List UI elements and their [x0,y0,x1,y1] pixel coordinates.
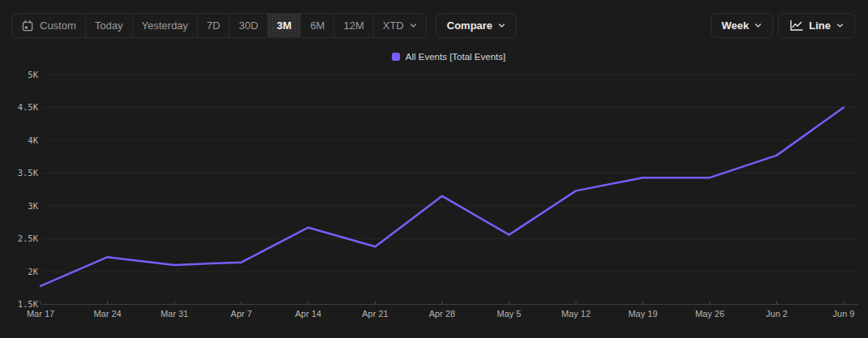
chart-type-button-label: Line [809,19,831,32]
y-axis-label: 4.5K [18,102,39,112]
date-range-12m[interactable]: 12M [334,14,373,37]
date-range-label: Today [95,19,123,32]
series-line[interactable] [41,108,844,286]
toolbar: Custom Today Yesterday 7D 30D 3M 6M 12M … [11,13,855,38]
legend-swatch [392,53,400,61]
date-range-yesterday[interactable]: Yesterday [133,14,198,37]
date-range-xtd[interactable]: XTD [374,14,426,37]
date-range-7d[interactable]: 7D [198,14,230,37]
granularity-button[interactable]: Week [711,13,774,38]
date-range-label: 7D [207,19,221,32]
date-range-label: 3M [277,19,291,32]
x-axis-label: May 12 [561,309,591,319]
y-axis-label: 1.5K [18,299,39,309]
x-axis-label: May 5 [497,309,522,319]
legend-label: All Events [Total Events] [406,52,505,62]
y-axis-label: 3K [28,201,38,211]
compare-button-label: Compare [447,19,492,32]
chevron-down-icon [498,22,505,29]
x-axis-label: Apr 21 [362,309,388,319]
granularity-button-label: Week [722,19,750,32]
x-axis-label: Apr 28 [429,309,455,319]
x-axis-label: Apr 7 [230,309,251,319]
date-range-label: 30D [238,19,258,32]
x-axis-label: Mar 31 [161,309,188,319]
date-range-control: Custom Today Yesterday 7D 30D 3M 6M 12M … [11,13,427,38]
line-chart-icon [789,19,803,32]
date-range-label: XTD [383,19,404,32]
date-range-label: 6M [310,19,324,32]
x-axis-label: Mar 17 [27,309,54,319]
compare-button[interactable]: Compare [436,13,517,38]
chevron-down-icon [410,22,417,29]
x-axis-label: Jun 2 [766,309,788,319]
date-range-3m[interactable]: 3M [268,14,301,37]
chart-type-button[interactable]: Line [778,13,855,38]
chart-plot-area[interactable]: 1.5K2K2.5K3K3.5K4K4.5K5KMar 17Mar 24Mar … [0,0,868,338]
date-range-6m[interactable]: 6M [301,14,334,37]
x-axis-label: Mar 24 [93,309,121,319]
calendar-icon [21,19,34,32]
x-axis-label: Jun 9 [833,309,855,319]
chevron-down-icon [836,22,844,29]
y-axis-label: 3.5K [18,168,39,178]
y-axis-label: 5K [28,70,38,79]
x-axis-label: May 19 [628,309,657,319]
chevron-down-icon [754,22,762,29]
y-axis-label: 2.5K [18,233,39,243]
date-range-label: 12M [343,19,363,32]
x-axis-label: Apr 14 [295,309,321,319]
date-range-custom[interactable]: Custom [12,14,86,37]
y-axis-label: 2K [28,267,38,276]
legend-item-all-events[interactable]: All Events [Total Events] [392,52,505,62]
date-range-label: Custom [40,19,76,32]
chart-options-group: Week Line [711,13,855,38]
x-axis-label: May 26 [695,309,724,319]
y-axis-label: 4K [28,135,38,145]
chart-legend: All Events [Total Events] [41,52,857,62]
date-range-label: Yesterday [142,19,188,32]
date-range-30d[interactable]: 30D [230,14,268,37]
date-range-today[interactable]: Today [86,14,133,37]
